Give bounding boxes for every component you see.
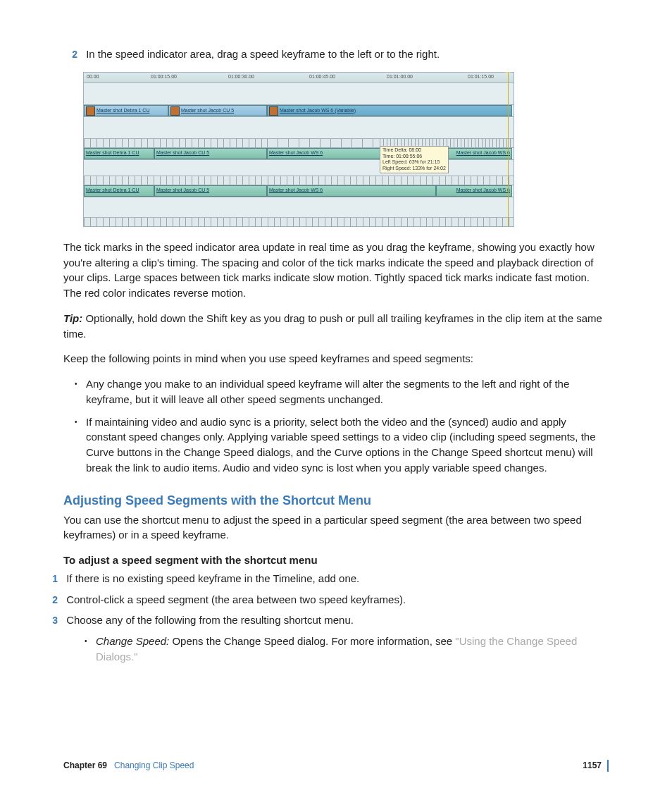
page-footer: Chapter 69 Changing Clip Speed 1157: [63, 760, 609, 772]
step-number-2: 2: [63, 47, 77, 61]
tip-paragraph: Tip: Optionally, hold down the Shift key…: [63, 311, 609, 342]
video-track-1: Master shot Debra 1 CU Master shot Jacob…: [84, 105, 514, 117]
timeline-screenshot: 00.00 01:00:15.00 01:00:30.00 01:00:45.0…: [83, 72, 514, 227]
section-intro: You can use the shortcut menu to adjust …: [63, 512, 609, 543]
playhead: [508, 73, 509, 226]
page: 2 In the speed indicator area, drag a sp…: [0, 0, 672, 807]
video-track-2: Master shot Debra 1 CU Master shot Jacob…: [84, 148, 514, 160]
step-2b-text: Control-click a speed segment (the area …: [66, 593, 406, 605]
clip-label: Master shot Jacob CU 5: [181, 108, 234, 113]
tooltip-line: Left Speed: 63% for 21:15: [382, 159, 446, 166]
subheading: To adjust a speed segment with the short…: [63, 553, 609, 568]
step-2-text: In the speed indicator area, drag a spee…: [86, 48, 440, 60]
clip: Master shot Debra 1 CU: [84, 148, 154, 159]
tick-row: [84, 139, 514, 148]
tick-segment: [84, 218, 514, 226]
bullet-text: Opens the Change Speed dialog. For more …: [172, 635, 455, 647]
tip-text: Optionally, hold down the Shift key as y…: [63, 312, 602, 340]
step-3-text: Choose any of the following from the res…: [66, 614, 354, 626]
clip: Master shot Jacob WS 6: [436, 185, 512, 197]
step-2: 2 In the speed indicator area, drag a sp…: [83, 47, 609, 62]
clip: Master shot Jacob WS 6 (Variable): [267, 105, 512, 116]
tooltip-line: Right Speed: 133% for 24:02: [382, 166, 446, 172]
step-number-2b: 2: [44, 593, 58, 607]
footer-left: Chapter 69 Changing Clip Speed: [63, 760, 194, 772]
ruler-tick: 00.00: [87, 73, 99, 80]
tooltip-line: Time: 01:00:55:06: [382, 154, 446, 160]
step-1-text: If there is no existing speed keyframe i…: [66, 572, 359, 584]
bullet-item: Any change you make to an individual spe…: [73, 376, 609, 407]
page-number: 1157: [583, 760, 609, 772]
bullet-list-1: Any change you make to an individual spe…: [73, 376, 609, 476]
time-ruler: 00.00 01:00:15.00 01:00:30.00 01:00:45.0…: [84, 73, 514, 83]
step-2b: 2 Control-click a speed segment (the are…: [63, 592, 609, 608]
step-3: 3 Choose any of the following from the r…: [63, 612, 609, 628]
clip-thumb: [269, 106, 278, 116]
sub-bullet-item: Change Speed: Opens the Change Speed dia…: [83, 634, 609, 665]
chapter-title: Changing Clip Speed: [114, 760, 194, 770]
tip-label: Tip:: [63, 312, 85, 324]
tick-row: [84, 218, 514, 226]
step-number-1: 1: [44, 572, 58, 586]
section-heading: Adjusting Speed Segments with the Shortc…: [63, 491, 609, 510]
paragraph-tickmarks: The tick marks in the speed indicator ar…: [63, 240, 609, 301]
tick-segment: [84, 139, 267, 147]
chapter-label: Chapter 69: [63, 760, 107, 770]
ruler-tick: 01:00:45.00: [309, 73, 335, 80]
spacer: [84, 117, 514, 139]
clip: Master shot Debra 1 CU: [84, 105, 168, 116]
tick-segment-slow: [267, 139, 380, 147]
spacer: [84, 160, 514, 176]
clip: Master shot Jacob CU 5: [154, 185, 267, 197]
bullet-item: If maintaining video and audio sync is a…: [73, 414, 609, 476]
clip-thumb: [170, 106, 180, 116]
tick-row: [84, 176, 514, 185]
ruler-tick: 01:01:00.00: [387, 73, 413, 80]
ruler-tick: 01:00:15.00: [151, 73, 177, 80]
step-number-3: 3: [44, 613, 58, 627]
bullet-term: Change Speed:: [96, 635, 172, 647]
clip: Master shot Debra 1 CU: [84, 185, 154, 197]
spacer: [84, 197, 514, 218]
ruler-tick: 01:00:30.00: [228, 73, 254, 80]
clip-thumb: [86, 106, 95, 116]
video-track-3: Master shot Debra 1 CU Master shot Jacob…: [84, 185, 514, 197]
clip: Master shot Jacob CU 5: [168, 105, 267, 116]
sub-bullet-list: Change Speed: Opens the Change Speed dia…: [83, 634, 609, 665]
clip: Master shot Jacob CU 5: [154, 148, 267, 159]
clip-label: Master shot Debra 1 CU: [97, 108, 149, 113]
clip-label: Master shot Jacob WS 6 (Variable): [280, 108, 356, 113]
step-1: 1 If there is no existing speed keyframe…: [63, 571, 609, 586]
tick-segment: [84, 176, 514, 185]
clip: Master shot Jacob WS 6: [267, 185, 436, 197]
speed-tooltip: Time Delta: 08:00 Time: 01:00:55:06 Left…: [380, 146, 449, 173]
keep-intro: Keep the following points in mind when y…: [63, 351, 609, 366]
tooltip-line: Time Delta: 08:00: [382, 147, 446, 154]
ruler-tick: 01:01:15.00: [468, 73, 494, 80]
spacer: [84, 83, 514, 105]
